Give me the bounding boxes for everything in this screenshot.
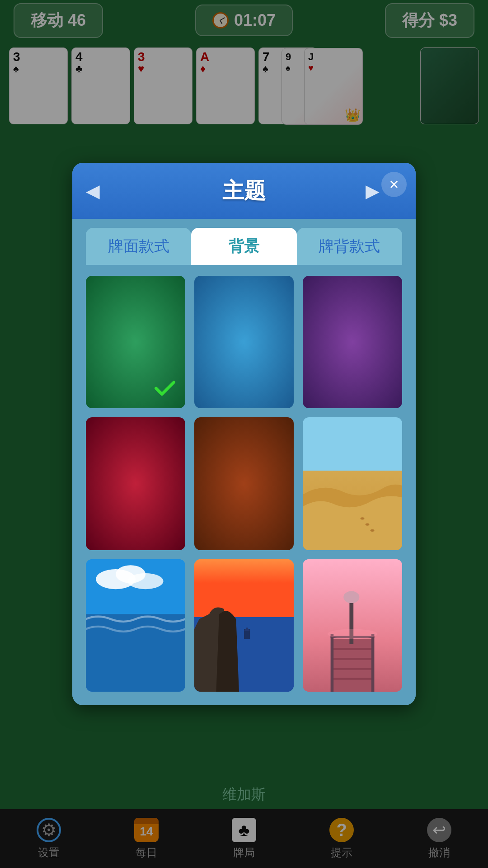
theme-modal: ◀ 主题 ▶ × 牌面款式 背景 牌背款式 [72, 163, 416, 705]
svg-point-6 [127, 573, 163, 589]
svg-rect-8 [194, 559, 294, 619]
theme-item-pier[interactable] [303, 559, 402, 692]
close-icon: × [389, 175, 399, 194]
tab-background[interactable]: 背景 [191, 228, 296, 265]
theme-item-green[interactable] [86, 276, 185, 408]
svg-rect-18 [371, 634, 375, 692]
svg-point-2 [371, 529, 375, 531]
theme-item-purple[interactable] [303, 276, 402, 408]
theme-item-cliff[interactable] [194, 559, 294, 692]
svg-point-1 [366, 523, 370, 525]
modal-nav-left-icon[interactable]: ◀ [86, 180, 100, 201]
theme-item-ocean[interactable] [86, 559, 185, 692]
tab-card-face[interactable]: 牌面款式 [86, 228, 191, 265]
theme-item-desert[interactable] [303, 417, 402, 550]
modal-tabs: 牌面款式 背景 牌背款式 [72, 219, 416, 265]
tab-card-back[interactable]: 牌背款式 [297, 228, 402, 265]
svg-rect-12 [333, 639, 372, 692]
svg-point-22 [328, 629, 377, 639]
svg-rect-17 [331, 634, 334, 692]
theme-item-brown[interactable] [194, 417, 294, 550]
modal-overlay: ◀ 主题 ▶ × 牌面款式 背景 牌背款式 [0, 0, 488, 868]
modal-close-button[interactable]: × [381, 172, 407, 197]
theme-item-red[interactable] [86, 417, 185, 550]
theme-grid [72, 265, 416, 705]
theme-item-blue[interactable] [194, 276, 294, 408]
modal-title: 主题 [222, 176, 266, 205]
svg-point-21 [343, 591, 359, 603]
modal-header: ◀ 主题 ▶ × [72, 163, 416, 219]
modal-nav-right-icon[interactable]: ▶ [366, 180, 380, 201]
svg-point-0 [361, 517, 365, 519]
checkmark-icon [151, 374, 178, 401]
